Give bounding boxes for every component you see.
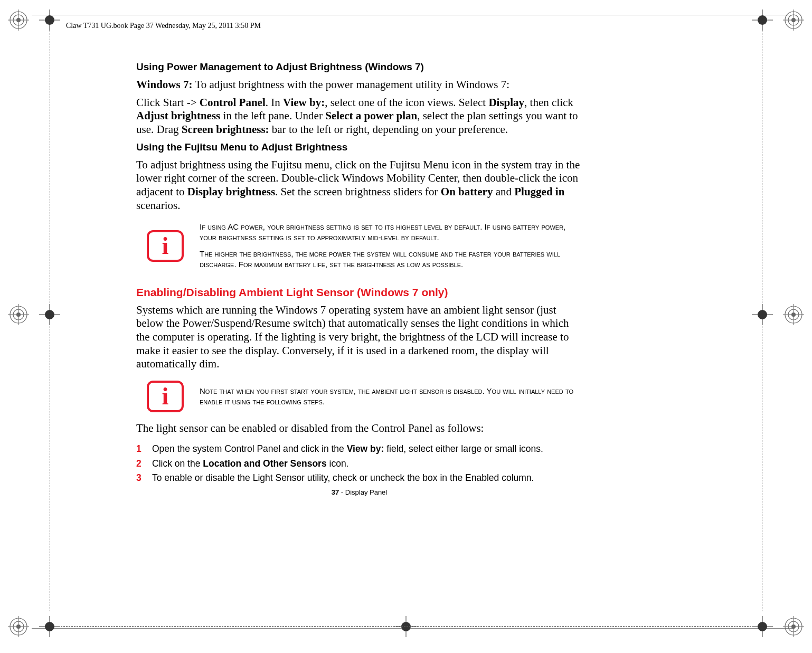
crosshair-mark-icon: [395, 616, 417, 637]
para-enable-intro: The light sensor can be enabled or disab…: [136, 422, 582, 436]
text: in the left pane. Under: [220, 109, 325, 122]
step-text: To enable or disable the Light Sensor ut…: [152, 472, 582, 484]
guide-line: [50, 31, 50, 303]
text: . Set the screen brightness sliders for: [275, 185, 441, 198]
heading-ambient-sensor: Enabling/Disabling Ambient Light Sensor …: [136, 286, 582, 299]
bold-screen-brightness: Screen brightness:: [182, 123, 269, 136]
note1-p2: The higher the brightness, the more powe…: [200, 249, 577, 270]
bold-on-battery: On battery: [441, 185, 493, 198]
crosshair-mark-icon: [752, 616, 773, 637]
info-glyph: i: [162, 384, 169, 409]
crosshair-mark-icon: [39, 616, 60, 637]
frame-line-top: [32, 15, 794, 15]
note-text-1: If using AC power, your brightness setti…: [200, 222, 577, 270]
text: . In: [266, 96, 283, 109]
bold-location-sensors: Location and Other Sensors: [203, 458, 326, 469]
register-mark-icon: [783, 304, 804, 325]
guide-line: [762, 31, 762, 303]
text: , select one of the icon views. Select: [325, 96, 488, 109]
note1-p1: If using AC power, your brightness setti…: [200, 222, 577, 243]
guide-line: [762, 326, 762, 611]
register-mark-icon: [8, 304, 29, 325]
text: Click Start ->: [136, 96, 200, 109]
heading-fujitsu-menu: Using the Fujitsu Menu to Adjust Brightn…: [136, 141, 582, 153]
bold-view-by: View by:: [347, 443, 384, 454]
page-content: Using Power Management to Adjust Brightn…: [136, 61, 582, 496]
bold-view-by: View by:: [283, 96, 325, 109]
guide-line: [61, 626, 751, 627]
info-glyph: i: [162, 234, 169, 258]
para-win7-intro: Windows 7: To adjust brightness with the…: [136, 78, 582, 92]
step-number: 3: [136, 472, 143, 484]
bold-display: Display: [488, 96, 524, 109]
bold-select-plan: Select a power plan: [325, 109, 417, 122]
heading-power-mgmt: Using Power Management to Adjust Brightn…: [136, 61, 582, 73]
crosshair-mark-icon: [752, 10, 773, 31]
step-3: 3 To enable or disable the Light Sensor …: [136, 472, 582, 484]
note2-p1: Note that when you first start your syst…: [200, 386, 577, 408]
crosshair-mark-icon: [39, 304, 60, 325]
note-box-2: i Note that when you first start your sy…: [136, 381, 582, 412]
para-win7-steps: Click Start -> Control Panel. In View by…: [136, 96, 582, 137]
step-text: Click on the Location and Other Sensors …: [152, 458, 582, 469]
note-text-2: Note that when you first start your syst…: [200, 386, 577, 408]
bold-adjust-brightness: Adjust brightness: [136, 109, 220, 122]
para-fujitsu: To adjust brightness using the Fujitsu m…: [136, 158, 582, 212]
text: field, select either large or small icon…: [384, 443, 543, 454]
text: Click on the: [152, 458, 203, 469]
bold-display-brightness: Display brightness: [187, 185, 275, 198]
step-text: Open the system Control Panel and click …: [152, 443, 582, 455]
bold-plugged-in: Plugged in: [514, 185, 564, 198]
para-ambient: Systems which are running the Windows 7 …: [136, 304, 582, 371]
text: bar to the left or right, depending on y…: [269, 123, 508, 136]
running-header: Claw T731 UG.book Page 37 Wednesday, May…: [66, 22, 261, 30]
footer-label: - Display Panel: [339, 488, 387, 496]
step-number: 1: [136, 443, 143, 455]
register-mark-icon: [8, 616, 29, 637]
info-icon: i: [147, 381, 184, 412]
text: scenarios.: [136, 199, 180, 212]
register-mark-icon: [8, 10, 29, 31]
label-win7: Windows 7:: [136, 78, 192, 91]
text: To adjust brightness with the power mana…: [192, 78, 509, 91]
step-2: 2 Click on the Location and Other Sensor…: [136, 458, 582, 469]
page-number: 37: [332, 488, 339, 496]
text: and: [493, 185, 514, 198]
info-icon: i: [147, 230, 184, 262]
crosshair-mark-icon: [752, 304, 773, 325]
text: , then click: [524, 96, 573, 109]
register-mark-icon: [783, 616, 804, 637]
text: icon.: [327, 458, 349, 469]
crosshair-mark-icon: [39, 10, 60, 31]
step-number: 2: [136, 458, 143, 469]
bold-control-panel: Control Panel: [200, 96, 266, 109]
step-1: 1 Open the system Control Panel and clic…: [136, 443, 582, 455]
note-box-1: i If using AC power, your brightness set…: [136, 222, 582, 270]
text: Open the system Control Panel and click …: [152, 443, 347, 454]
guide-line: [50, 326, 50, 611]
register-mark-icon: [783, 10, 804, 31]
page-footer: 37 - Display Panel: [136, 488, 582, 497]
step-list: 1 Open the system Control Panel and clic…: [136, 443, 582, 484]
